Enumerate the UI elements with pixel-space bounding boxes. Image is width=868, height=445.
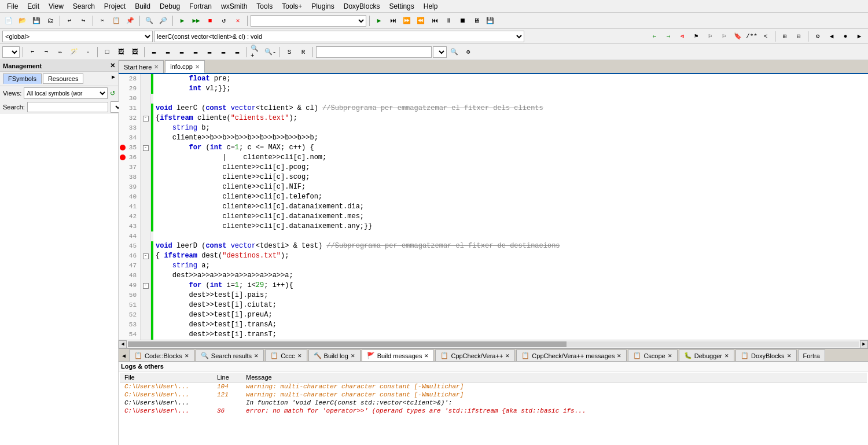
bottom-tab-buildlog-close[interactable]: ✕ [351,353,355,359]
menu-build[interactable]: Build [130,1,155,12]
undo-button[interactable]: ↩ [63,14,76,27]
gc-49[interactable]: - [141,281,150,290]
gc-35[interactable]: - [141,143,150,153]
bottom-tab-doxyblocks[interactable]: 📋 DoxyBlocks ✕ [735,350,796,361]
menu-file[interactable]: File [2,1,23,12]
debug-stop[interactable]: ⏹ [456,14,469,27]
draw-zoom-out[interactable]: 🔍- [264,46,277,58]
draw-img[interactable]: 🖼 [115,46,127,58]
tab-info-cpp[interactable]: info.cpp ✕ [165,60,205,73]
nav-green2[interactable]: ⇒ [662,30,675,43]
bottom-tab-doxyblocks-close[interactable]: ✕ [787,353,792,359]
sidebar-expand[interactable]: ▶ [112,73,115,84]
draw-box3[interactable]: ▬ [175,46,188,58]
bottom-tab-debugger-close[interactable]: ✕ [724,353,729,359]
bottom-tab-cccc-close[interactable]: ✕ [297,353,302,359]
bottom-tab-cppcheck-msg[interactable]: 📋 CppCheck/Vera++ messages ✕ [516,350,627,361]
bottom-tab-buildmsg-close[interactable]: ✕ [424,353,429,359]
gc-46[interactable]: - [141,251,150,261]
menu-debug[interactable]: Debug [155,1,185,12]
replace-button[interactable]: 🔎 [157,14,170,27]
nav-comment2[interactable]: < [759,30,772,43]
h-scrollbar[interactable]: ◀ ▶ [119,340,868,348]
hscroll-thumb[interactable] [128,341,567,347]
menu-wxsmith[interactable]: wxSmith [216,1,252,12]
sidebar-close[interactable]: ✕ [110,62,115,69]
draw-box4[interactable]: ▬ [189,46,202,58]
draw-box1[interactable]: ▬ [148,46,160,58]
run2-button[interactable]: ▶▶ [190,14,203,27]
bottom-tab-debugger[interactable]: 🐛 Debugger ✕ [679,350,734,361]
menu-doxyblocks[interactable]: DoxyBlocks [339,1,385,12]
scope-combo[interactable]: <global> [2,31,153,42]
view-refresh[interactable]: ↺ [110,90,115,97]
nav-comment1[interactable]: /** [745,30,758,43]
bottom-tab-codeblocks-close[interactable]: ✕ [185,353,189,359]
draw-wand[interactable]: 🪄 [68,46,80,58]
copy-button[interactable]: 📋 [110,14,123,27]
sidebar-tab-resources[interactable]: Resources [43,73,84,84]
nav-right[interactable]: ▶ [853,30,866,43]
bottom-tab-cppcheck[interactable]: 📋 CppCheck/Vera++ ✕ [435,350,515,361]
tab-info-cpp-close[interactable]: ✕ [195,64,200,70]
tab-start-here[interactable]: Start here ✕ [119,60,164,73]
draw-box2[interactable]: ▬ [161,46,174,58]
open-button[interactable]: 📂 [16,14,29,27]
search-settings[interactable]: ⚙ [462,46,475,58]
bottom-tab-cscope[interactable]: 📋 Cscope ✕ [628,350,677,361]
paste-button[interactable]: 📌 [124,14,137,27]
draw-img2[interactable]: 🖼 [128,46,141,58]
bottom-tab-buildmsg[interactable]: 🚩 Build messages ✕ [362,350,435,361]
save-button[interactable]: 💾 [30,14,43,27]
debug-step4[interactable]: ⏮ [428,14,441,27]
nav-left[interactable]: ◀ [825,30,838,43]
bottom-tab-cccc[interactable]: 📋 Cccc ✕ [265,350,307,361]
nav-settings[interactable]: ⚙ [811,30,824,43]
menu-edit[interactable]: Edit [23,1,44,12]
menu-fortran[interactable]: Fortran [185,1,216,12]
find-button[interactable]: 🔍 [143,14,156,27]
hscroll-track[interactable] [128,341,859,347]
search-input[interactable] [316,46,432,58]
draw-dot[interactable]: · [82,46,94,58]
draw-s[interactable]: S [283,46,296,58]
bottom-tab-search[interactable]: 🔍 Search results ✕ [196,350,264,361]
search-go[interactable]: 🔍 [448,46,461,58]
nav-green1[interactable]: ⇐ [648,30,661,43]
menu-plugins[interactable]: Plugins [307,1,339,12]
stop-button[interactable]: ■ [204,14,216,27]
nav-num2[interactable]: ⊟ [792,30,805,43]
redo-button[interactable]: ↪ [77,14,90,27]
menu-tools[interactable]: Tools [252,1,277,12]
debug-step2[interactable]: ⏩ [400,14,413,27]
debug-cpu[interactable]: 🖥 [470,14,483,27]
draw-back[interactable]: ⬅ [26,46,39,58]
draw-box7[interactable]: ▬ [231,46,244,58]
debug-step3[interactable]: ⏪ [414,14,427,27]
menu-help[interactable]: Help [419,1,443,12]
nav-bookmark2[interactable]: ⚐ [704,30,716,43]
bottom-tab-fortra[interactable]: Fortra [798,350,825,361]
sidebar-tab-fsymbols[interactable]: FSymbols [3,73,42,84]
draw-r[interactable]: R [297,46,310,58]
search-mode[interactable] [433,46,447,58]
reload-button[interactable]: ↺ [218,14,230,27]
menu-tools-plus[interactable]: Tools+ [277,1,307,12]
draw-forward[interactable]: ➡ [40,46,53,58]
build-target-combo[interactable] [251,15,366,27]
nav-bookmark4[interactable]: 🔖 [731,30,744,43]
function-combo[interactable]: leerC(const vector<tclient>& cl) : void [154,31,524,42]
bottom-tab-cppcheck-msg-close[interactable]: ✕ [617,353,621,359]
run-button[interactable]: ▶ [176,14,189,27]
draw-zoom-in[interactable]: 🔍+ [250,46,263,58]
hscroll-right[interactable]: ▶ [860,340,868,348]
draw-pencil[interactable]: ✏ [54,46,67,58]
menu-settings[interactable]: Settings [384,1,418,12]
menu-view[interactable]: View [44,1,68,12]
nav-num1[interactable]: ⊞ [778,30,791,43]
nav-circle[interactable]: ● [839,30,852,43]
bottom-tab-codeblocks[interactable]: 📋 Code::Blocks ✕ [129,350,194,361]
bottom-nav-left[interactable]: ◀ [119,351,129,361]
nav-bookmark1[interactable]: ⚑ [690,30,703,43]
debug-pause[interactable]: ⏸ [442,14,455,27]
